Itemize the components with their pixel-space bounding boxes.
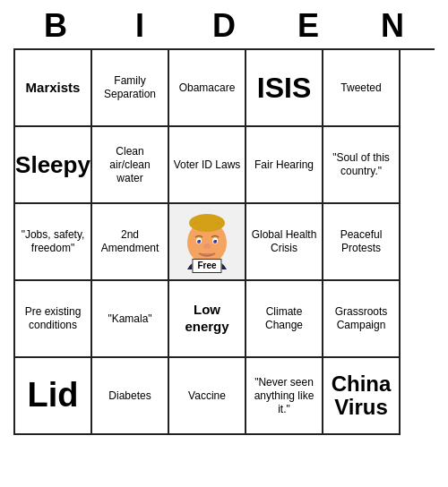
- cell-text: Clean air/clean water: [96, 145, 164, 185]
- cell-text: "Jobs, safety, freedom": [19, 228, 87, 255]
- cell-text: Climate Change: [250, 305, 318, 332]
- cell-text: Peaceful Protests: [327, 228, 395, 255]
- cell-text: "Kamala": [108, 312, 151, 326]
- cell-text: Lid: [28, 374, 79, 417]
- bingo-cell: 2nd Amendment: [92, 204, 169, 281]
- bingo-cell: "Never seen anything like it.": [246, 358, 323, 435]
- cell-text: Vaccine: [188, 389, 226, 403]
- svg-point-7: [215, 240, 217, 242]
- cell-text: Low energy: [173, 302, 241, 336]
- header-letter: N: [354, 7, 431, 45]
- bingo-cell: Fair Hearing: [246, 127, 323, 204]
- bingo-cell: Pre existing conditions: [15, 281, 92, 358]
- header-letter: E: [270, 7, 347, 45]
- bingo-cell: "Kamala": [92, 281, 169, 358]
- bingo-cell: Grassroots Campaign: [323, 281, 401, 358]
- cell-text: Pre existing conditions: [19, 305, 87, 332]
- cell-text: Voter ID Laws: [174, 158, 241, 172]
- cell-text: Global Health Crisis: [250, 228, 318, 255]
- svg-point-8: [203, 244, 211, 249]
- cell-text: Obamacare: [179, 81, 236, 95]
- bingo-cell: Tweeted: [323, 50, 401, 127]
- header-letter: D: [185, 7, 263, 45]
- cell-text: "Never seen anything like it.": [250, 376, 318, 416]
- bingo-cell: Clean air/clean water: [92, 127, 169, 204]
- cell-text: Tweeted: [340, 81, 381, 95]
- svg-point-1: [189, 214, 225, 232]
- bingo-cell: Sleepy: [15, 127, 92, 204]
- bingo-cell: Family Separation: [92, 50, 169, 127]
- cell-text: Sleepy: [15, 150, 90, 180]
- bingo-cell: Obamacare: [169, 50, 246, 127]
- header-letter: I: [101, 7, 178, 45]
- bingo-cell: "Jobs, safety, freedom": [15, 204, 92, 281]
- cell-text: Fair Hearing: [254, 158, 314, 172]
- bingo-cell: "Soul of this country.": [323, 127, 401, 204]
- cell-text: "Soul of this country.": [327, 151, 395, 178]
- bingo-cell: Voter ID Laws: [169, 127, 246, 204]
- bingo-cell: China Virus: [323, 358, 401, 435]
- bingo-cell: Marxists: [15, 50, 92, 127]
- header-row: BIDEN: [13, 0, 435, 48]
- bingo-card: BIDEN MarxistsFamily SeparationObamacare…: [13, 0, 435, 435]
- bingo-cell: Lid: [15, 358, 92, 435]
- header-letter: B: [17, 7, 94, 45]
- bingo-cell: Free: [169, 204, 246, 281]
- cell-text: 2nd Amendment: [96, 228, 164, 255]
- bingo-cell: Diabetes: [92, 358, 169, 435]
- bingo-cell: Vaccine: [169, 358, 246, 435]
- bingo-cell: Peaceful Protests: [323, 204, 401, 281]
- cell-text: Diabetes: [108, 389, 151, 403]
- cell-text: Grassroots Campaign: [327, 305, 395, 332]
- bingo-cell: Climate Change: [246, 281, 323, 358]
- cell-text: Marxists: [26, 80, 81, 97]
- bingo-cell: Global Health Crisis: [246, 204, 323, 281]
- bingo-cell: ISIS: [246, 50, 323, 127]
- svg-point-6: [199, 240, 201, 242]
- bingo-grid: MarxistsFamily SeparationObamacareISISTw…: [13, 48, 435, 435]
- cell-text: China Virus: [327, 372, 395, 420]
- cell-text: Family Separation: [96, 74, 164, 101]
- cell-text: ISIS: [257, 70, 311, 106]
- bingo-cell: Low energy: [169, 281, 246, 358]
